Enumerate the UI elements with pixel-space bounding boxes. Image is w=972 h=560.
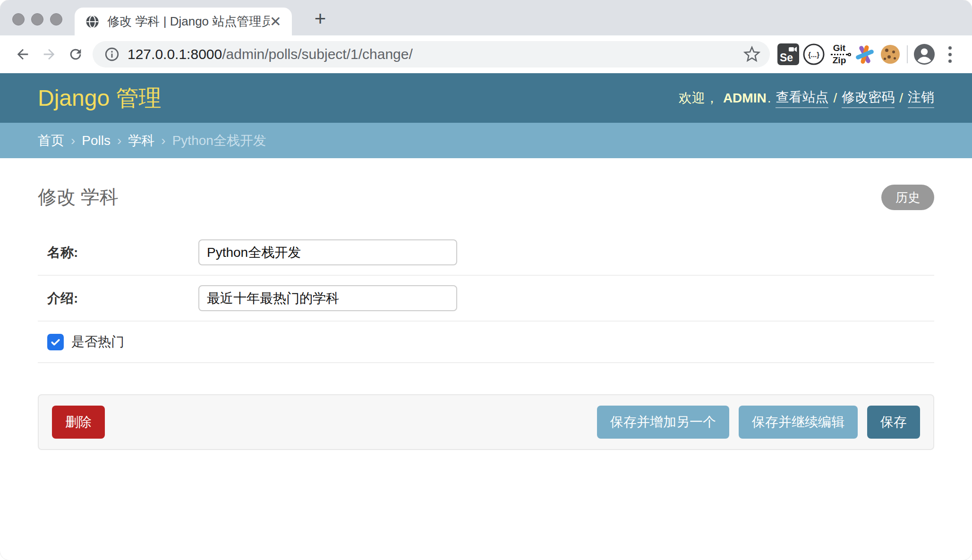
form-row-name: 名称:	[38, 230, 934, 276]
back-button[interactable]	[9, 41, 36, 68]
delete-button[interactable]: 删除	[52, 406, 105, 439]
breadcrumb-app-link[interactable]: Polls	[82, 133, 111, 148]
browser-window: 修改 学科 | Django 站点管理员 ✕ + 127.0.0.1:8000/…	[0, 0, 972, 560]
address-bar[interactable]: 127.0.0.1:8000/admin/polls/subject/1/cha…	[93, 41, 770, 68]
reload-icon	[68, 46, 84, 62]
svg-text:{...}: {...}	[808, 51, 819, 59]
history-button[interactable]: 历史	[881, 185, 934, 210]
three-dots-icon	[948, 46, 952, 63]
form-row-is-hot: 是否热门	[38, 322, 934, 363]
tab-strip: 修改 学科 | Django 站点管理员 ✕ +	[0, 0, 972, 35]
url-text: 127.0.0.1:8000/admin/polls/subject/1/cha…	[128, 46, 413, 62]
tab-close-icon[interactable]: ✕	[270, 15, 281, 29]
view-site-link[interactable]: 查看站点	[776, 88, 828, 108]
save-and-continue-button[interactable]: 保存并继续编辑	[739, 406, 858, 439]
main-content: 修改 学科 历史 名称: 介绍: 是否热门 删除 保存并增加另一个	[0, 158, 972, 450]
window-zoom-button[interactable]	[50, 13, 62, 25]
site-info-icon[interactable]	[104, 46, 120, 62]
cookie-extension-icon[interactable]	[878, 41, 903, 68]
forward-button[interactable]	[36, 41, 62, 68]
window-controls	[12, 13, 62, 25]
user-tools: 欢迎， ADMIN. 查看站点 / 修改密码 / 注销	[679, 88, 934, 108]
logout-link[interactable]: 注销	[908, 88, 934, 108]
welcome-text: 欢迎，	[679, 89, 718, 107]
profile-avatar[interactable]	[912, 41, 937, 68]
forward-arrow-icon	[41, 46, 57, 62]
tab-title: 修改 学科 | Django 站点管理员	[107, 13, 270, 30]
intro-field[interactable]	[198, 285, 457, 311]
browser-toolbar: 127.0.0.1:8000/admin/polls/subject/1/cha…	[0, 35, 972, 73]
breadcrumb: 首页 › Polls › 学科 › Python全栈开发	[0, 123, 972, 158]
gitzip-squiggle	[831, 54, 848, 55]
admin-header: Django 管理 欢迎， ADMIN. 查看站点 / 修改密码 / 注销	[0, 73, 972, 123]
checkmark-icon	[50, 336, 61, 348]
json-viewer-extension-icon[interactable]: {...}	[801, 41, 827, 68]
page-title: 修改 学科	[38, 184, 119, 210]
is-hot-label: 是否热门	[71, 333, 124, 351]
name-field[interactable]	[198, 239, 457, 265]
window-minimize-button[interactable]	[31, 13, 43, 25]
window-close-button[interactable]	[12, 13, 25, 25]
save-and-add-button[interactable]: 保存并增加另一个	[597, 406, 729, 439]
svg-text:Se: Se	[780, 51, 793, 64]
site-name[interactable]: Django 管理	[38, 83, 161, 113]
browser-menu-button[interactable]	[937, 41, 963, 68]
selenium-extension-icon[interactable]: Se	[776, 41, 801, 68]
breadcrumb-current: Python全栈开发	[172, 132, 266, 150]
reload-button[interactable]	[62, 41, 89, 68]
is-hot-checkbox[interactable]	[47, 334, 64, 350]
breadcrumb-home-link[interactable]: 首页	[38, 132, 64, 150]
bookmark-star-icon[interactable]	[743, 46, 760, 63]
change-password-link[interactable]: 修改密码	[842, 88, 895, 108]
url-host: 127.0.0.1:8000	[128, 46, 222, 62]
toolbar-separator	[907, 45, 908, 63]
asterisk-extension-icon[interactable]	[852, 41, 878, 68]
back-arrow-icon	[15, 46, 31, 62]
avatar-icon	[913, 43, 936, 66]
new-tab-button[interactable]: +	[308, 7, 333, 31]
username: ADMIN	[723, 91, 767, 106]
form-row-intro: 介绍:	[38, 276, 934, 322]
save-button[interactable]: 保存	[867, 406, 920, 439]
breadcrumb-model-link[interactable]: 学科	[128, 132, 154, 150]
browser-tab[interactable]: 修改 学科 | Django 站点管理员 ✕	[75, 8, 292, 35]
globe-favicon-icon	[85, 14, 100, 29]
gitzip-extension-icon[interactable]: Git Zip	[827, 41, 852, 68]
intro-field-label: 介绍:	[47, 289, 198, 307]
name-field-label: 名称:	[47, 244, 198, 262]
url-path: /admin/polls/subject/1/change/	[222, 46, 413, 62]
change-form: 名称: 介绍: 是否热门	[38, 230, 934, 363]
submit-row: 删除 保存并增加另一个 保存并继续编辑 保存	[38, 394, 934, 450]
